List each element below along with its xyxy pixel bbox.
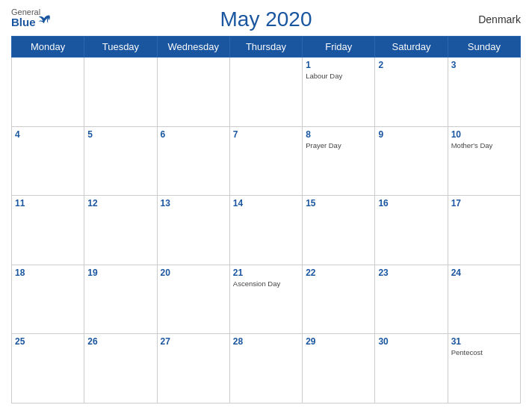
day-number: 14 — [233, 198, 299, 208]
day-number: 28 — [233, 336, 299, 347]
calendar-cell-2-6: 17 — [448, 196, 520, 265]
week-row-2: 45678Prayer Day910Mother's Day — [12, 126, 521, 196]
day-number: 3 — [451, 60, 517, 70]
day-number: 19 — [87, 268, 153, 278]
calendar-cell-3-0: 18 — [12, 265, 84, 334]
day-number: 31 — [451, 336, 517, 347]
holiday-name: Prayer Day — [306, 141, 371, 149]
day-number: 23 — [378, 268, 444, 278]
day-number: 11 — [15, 198, 81, 208]
weekday-header-row: Monday Tuesday Wednesday Thursday Friday… — [12, 37, 521, 58]
calendar-cell-1-6: 10Mother's Day — [448, 126, 520, 196]
day-number: 25 — [15, 336, 81, 347]
calendar-cell-0-4: 1Labour Day — [303, 58, 375, 127]
calendar-cell-1-5: 9 — [375, 126, 448, 196]
header-saturday: Saturday — [375, 37, 448, 58]
calendar-cell-4-3: 28 — [229, 334, 302, 404]
logo-blue-text: Blue — [11, 16, 36, 29]
calendar-title: May 2020 — [220, 7, 312, 31]
day-number: 17 — [451, 198, 517, 208]
calendar-cell-0-0 — [12, 58, 84, 127]
calendar-cell-4-2: 27 — [157, 334, 229, 404]
holiday-name: Mother's Day — [451, 141, 517, 149]
day-number: 16 — [378, 198, 444, 208]
calendar-container: General Blue May 2020 Denmark Monday Tue… — [0, 0, 532, 411]
calendar-table: Monday Tuesday Wednesday Thursday Friday… — [11, 36, 521, 404]
day-number: 29 — [306, 336, 371, 347]
week-row-3: 11121314151617 — [12, 196, 521, 265]
calendar-cell-4-0: 25 — [12, 334, 84, 404]
week-row-4: 18192021Ascension Day222324 — [12, 265, 521, 334]
calendar-cell-0-3 — [229, 58, 302, 127]
day-number: 26 — [87, 336, 153, 347]
day-number: 4 — [15, 129, 81, 140]
calendar-cell-1-4: 8Prayer Day — [303, 126, 375, 196]
week-row-1: 1Labour Day23 — [12, 58, 521, 127]
header-tuesday: Tuesday — [84, 37, 157, 58]
holiday-name: Labour Day — [306, 72, 371, 80]
day-number: 22 — [306, 268, 371, 278]
calendar-cell-0-1 — [84, 58, 157, 127]
calendar-cell-1-3: 7 — [229, 126, 302, 196]
calendar-cell-3-3: 21Ascension Day — [229, 265, 302, 334]
calendar-cell-2-4: 15 — [303, 196, 375, 265]
header-friday: Friday — [303, 37, 375, 58]
country-label: Denmark — [478, 13, 521, 25]
day-number: 2 — [378, 60, 444, 70]
logo: General Blue — [11, 7, 51, 29]
day-number: 18 — [15, 268, 81, 278]
logo-bird-icon — [37, 14, 51, 28]
calendar-cell-2-0: 11 — [12, 196, 84, 265]
header-sunday: Sunday — [448, 37, 520, 58]
day-number: 5 — [87, 129, 153, 140]
day-number: 10 — [451, 129, 517, 140]
header-thursday: Thursday — [229, 37, 302, 58]
calendar-cell-2-1: 12 — [84, 196, 157, 265]
day-number: 1 — [306, 60, 371, 70]
day-number: 6 — [161, 129, 226, 140]
day-number: 12 — [87, 198, 153, 208]
calendar-cell-4-5: 30 — [375, 334, 448, 404]
calendar-cell-1-2: 6 — [157, 126, 229, 196]
week-row-5: 25262728293031Pentecost — [12, 334, 521, 404]
calendar-cell-3-5: 23 — [375, 265, 448, 334]
calendar-cell-0-6: 3 — [448, 58, 520, 127]
calendar-cell-3-6: 24 — [448, 265, 520, 334]
day-number: 30 — [378, 336, 444, 347]
header-monday: Monday — [12, 37, 84, 58]
day-number: 27 — [161, 336, 226, 347]
holiday-name: Ascension Day — [233, 279, 299, 288]
holiday-name: Pentecost — [451, 348, 517, 356]
calendar-cell-3-1: 19 — [84, 265, 157, 334]
calendar-cell-2-2: 13 — [157, 196, 229, 265]
day-number: 9 — [378, 129, 444, 140]
calendar-cell-3-4: 22 — [303, 265, 375, 334]
day-number: 15 — [306, 198, 371, 208]
calendar-cell-0-2 — [157, 58, 229, 127]
calendar-cell-3-2: 20 — [157, 265, 229, 334]
calendar-cell-0-5: 2 — [375, 58, 448, 127]
day-number: 13 — [161, 198, 226, 208]
day-number: 20 — [161, 268, 226, 278]
header-wednesday: Wednesday — [157, 37, 229, 58]
calendar-header: General Blue May 2020 Denmark — [11, 7, 521, 31]
calendar-cell-4-4: 29 — [303, 334, 375, 404]
calendar-cell-1-0: 4 — [12, 126, 84, 196]
day-number: 7 — [233, 129, 299, 140]
calendar-cell-2-5: 16 — [375, 196, 448, 265]
day-number: 21 — [233, 268, 299, 278]
calendar-cell-4-6: 31Pentecost — [448, 334, 520, 404]
calendar-cell-1-1: 5 — [84, 126, 157, 196]
calendar-cell-4-1: 26 — [84, 334, 157, 404]
day-number: 24 — [451, 268, 517, 278]
calendar-cell-2-3: 14 — [229, 196, 302, 265]
day-number: 8 — [306, 129, 371, 140]
